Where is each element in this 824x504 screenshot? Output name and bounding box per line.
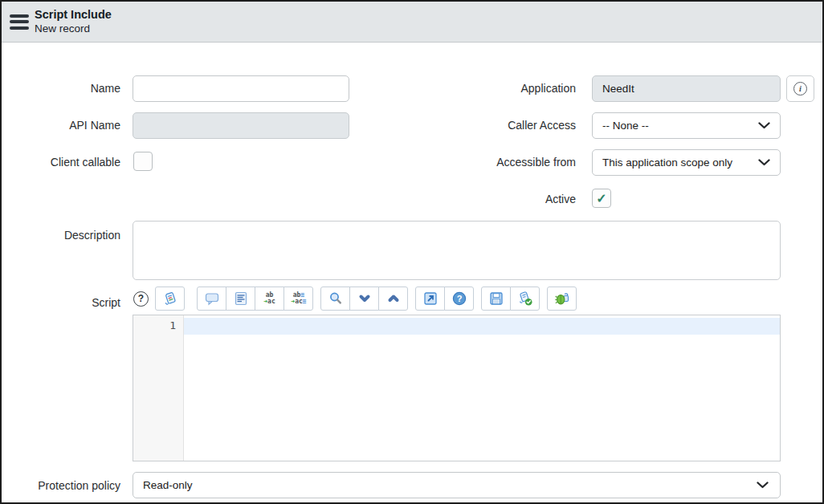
active-line-highlight xyxy=(184,318,780,335)
search-button[interactable] xyxy=(320,287,350,311)
accessible-from-select[interactable]: This application scope only xyxy=(592,149,781,176)
find-next-button[interactable] xyxy=(349,287,379,311)
info-icon: i xyxy=(793,82,807,96)
code-area[interactable] xyxy=(184,315,780,461)
debug-icon xyxy=(554,291,570,307)
caller-access-value: -- None -- xyxy=(602,120,649,132)
chevron-down-icon xyxy=(357,291,373,307)
replace-button[interactable]: ab ➜ac xyxy=(255,287,284,311)
api-name-field xyxy=(133,112,349,139)
name-label: Name xyxy=(2,82,120,95)
syntax-check-button[interactable] xyxy=(510,287,540,311)
syntax-editor-icon xyxy=(162,291,178,307)
protection-policy-value: Read-only xyxy=(143,479,193,491)
chevron-down-icon xyxy=(757,482,769,489)
save-icon xyxy=(488,291,504,307)
script-help-icon[interactable]: ? xyxy=(133,291,149,307)
editor-help-button[interactable]: ? xyxy=(444,287,474,311)
application-info-button[interactable]: i xyxy=(786,75,814,102)
client-callable-label: Client callable xyxy=(2,156,120,169)
open-in-new-window-button[interactable] xyxy=(415,287,445,311)
script-editor-toolbar: ? xyxy=(133,287,577,311)
caller-access-label: Caller Access xyxy=(508,119,576,132)
protection-policy-label: Protection policy xyxy=(2,479,120,492)
application-value: NeedIt xyxy=(602,83,634,95)
caller-access-select[interactable]: -- None -- xyxy=(592,112,781,139)
script-code-editor[interactable]: 1 xyxy=(133,315,781,461)
help-icon: ? xyxy=(451,291,467,307)
open-in-new-window-icon xyxy=(422,291,439,307)
svg-text:?: ? xyxy=(456,294,462,303)
page-title: Script Include xyxy=(35,7,112,22)
toggle-comment-button[interactable] xyxy=(197,287,226,311)
chevron-down-icon xyxy=(758,122,770,129)
line-number-gutter: 1 xyxy=(133,315,184,461)
chevron-down-icon xyxy=(758,159,770,166)
active-label: Active xyxy=(545,193,576,205)
replace-all-icon: ab≡ ➜ac≡ xyxy=(291,292,305,305)
header-titles: Script Include New record xyxy=(35,7,112,36)
line-number: 1 xyxy=(133,319,176,331)
accessible-from-label: Accessible from xyxy=(496,156,576,169)
syntax-check-icon xyxy=(517,291,533,307)
client-callable-checkbox[interactable] xyxy=(133,152,153,171)
accessible-from-value: This application scope only xyxy=(602,156,732,169)
debug-button[interactable] xyxy=(547,287,577,311)
active-checkbox[interactable]: ✓ xyxy=(592,189,611,208)
check-icon: ✓ xyxy=(596,191,606,206)
page-subtitle: New record xyxy=(35,22,112,36)
application-field: NeedIt xyxy=(592,75,781,102)
name-input[interactable] xyxy=(133,75,349,102)
format-code-button[interactable] xyxy=(226,287,255,311)
chevron-up-icon xyxy=(385,291,402,307)
script-label: Script xyxy=(2,296,120,309)
application-label: Application xyxy=(521,82,577,95)
replace-all-button[interactable]: ab≡ ➜ac≡ xyxy=(284,287,313,311)
find-previous-button[interactable] xyxy=(378,287,408,311)
description-textarea[interactable] xyxy=(133,221,781,280)
replace-icon: ab ➜ac xyxy=(263,292,275,305)
syntax-editor-button[interactable] xyxy=(155,287,185,311)
form-header: Script Include New record xyxy=(2,2,822,43)
script-include-form-window: Script Include New record Name Applicati… xyxy=(0,0,824,504)
context-menu-icon[interactable] xyxy=(10,11,29,32)
format-code-icon xyxy=(233,291,249,307)
search-icon xyxy=(328,291,344,307)
api-name-label: API Name xyxy=(2,119,120,132)
save-button[interactable] xyxy=(481,287,511,311)
comment-icon xyxy=(204,291,220,307)
protection-policy-select[interactable]: Read-only xyxy=(133,472,781,498)
description-label: Description xyxy=(2,229,120,242)
